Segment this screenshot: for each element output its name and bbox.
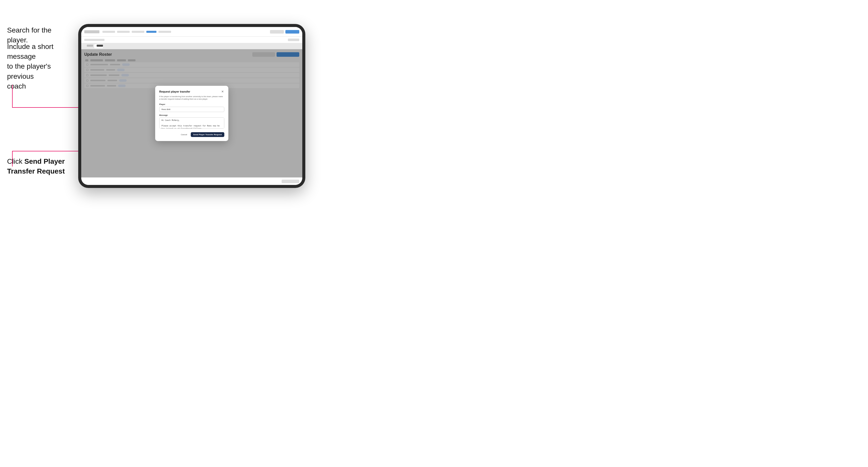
sub-header-action xyxy=(288,39,299,41)
nav-item-2 xyxy=(117,31,130,33)
app-header xyxy=(81,27,302,37)
step2-text-3: coach xyxy=(7,82,26,90)
step3-annotation: Click Send Player Transfer Request xyxy=(7,156,68,176)
nav-item-active xyxy=(146,31,156,33)
nav-item-3 xyxy=(132,31,144,33)
tablet-screen: Update Roster xyxy=(81,27,302,185)
request-transfer-modal: Request player transfer ✕ If the player … xyxy=(155,86,228,141)
message-textarea[interactable]: Hi Coach McHarg, Please accept this tran… xyxy=(159,117,224,129)
header-btn-1 xyxy=(270,30,284,34)
header-right xyxy=(270,30,299,34)
sub-header xyxy=(81,37,302,43)
step2-annotation: Include a short message to the player's … xyxy=(7,42,73,91)
step1-text: Search for the player. xyxy=(7,26,52,44)
message-field-label: Message xyxy=(159,114,224,116)
header-btn-2 xyxy=(285,30,299,34)
nav-items xyxy=(102,31,270,33)
bottom-action-btn[interactable] xyxy=(282,180,299,183)
step3-prefix: Click xyxy=(7,157,24,165)
tab-2-active[interactable] xyxy=(94,44,103,48)
close-icon[interactable]: ✕ xyxy=(221,90,224,93)
step2-text-1: Include a short message xyxy=(7,43,54,60)
annotation-area: Search for the player. Include a short m… xyxy=(0,0,73,467)
modal-description: If the player is transferring from anoth… xyxy=(159,95,224,101)
bottom-bar xyxy=(81,177,302,185)
content-area: Update Roster xyxy=(81,49,302,177)
step2-text-2: to the player's previous xyxy=(7,62,51,80)
modal-title: Request player transfer xyxy=(159,90,190,93)
modal-footer: Cancel Send Player Transfer Request xyxy=(159,132,224,137)
tablet-device: Update Roster xyxy=(78,24,305,188)
breadcrumb xyxy=(84,39,104,41)
modal-overlay: Request player transfer ✕ If the player … xyxy=(81,49,302,177)
modal-header: Request player transfer ✕ xyxy=(159,90,224,93)
nav-item-1 xyxy=(102,31,115,33)
player-input[interactable] xyxy=(159,107,224,112)
cancel-button[interactable]: Cancel xyxy=(179,132,189,137)
player-field-label: Player xyxy=(159,103,224,105)
tab-bar xyxy=(81,43,302,49)
app-logo xyxy=(84,30,99,33)
arrow-1-vertical xyxy=(12,85,12,107)
tab-label-1 xyxy=(87,45,93,47)
nav-item-5 xyxy=(158,31,171,33)
send-transfer-request-button[interactable]: Send Player Transfer Request xyxy=(191,132,224,137)
tab-1[interactable] xyxy=(84,44,93,48)
arrow-2-vertical-bottom xyxy=(12,151,12,166)
tab-label-2 xyxy=(97,45,103,47)
